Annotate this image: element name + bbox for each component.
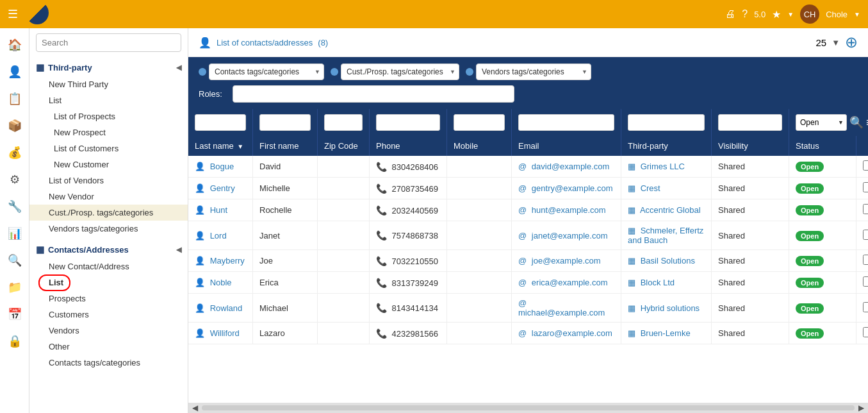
email-search-input[interactable] bbox=[518, 114, 614, 131]
col-header-email[interactable]: Email bbox=[512, 136, 621, 156]
sidebar-section-third-party[interactable]: ▦ Third-party ◀ bbox=[29, 58, 188, 76]
avatar[interactable]: CH bbox=[800, 4, 819, 24]
scroll-right-icon[interactable]: ▶ bbox=[857, 403, 865, 412]
sidebar-item-cust-prosp-tags[interactable]: Cust./Prosp. tags/categories bbox=[29, 205, 188, 221]
sidebar-item-contacts-tags[interactable]: Contacts tags/categories bbox=[29, 355, 188, 371]
cust-prosp-tags-select[interactable]: Cust./Prosp. tags/categories bbox=[341, 63, 459, 80]
phone-search-input[interactable] bbox=[376, 114, 440, 131]
col-header-phone[interactable]: Phone bbox=[370, 136, 447, 156]
row-select-checkbox[interactable] bbox=[863, 302, 868, 312]
col-header-third-party[interactable]: Third-party bbox=[621, 136, 712, 156]
third-party-link[interactable]: Grimes LLC bbox=[641, 162, 685, 171]
email-link[interactable]: david@example.com bbox=[532, 162, 610, 171]
col-header-zip-code[interactable]: Zip Code bbox=[318, 136, 370, 156]
row-select-checkbox[interactable] bbox=[863, 255, 868, 265]
email-link[interactable]: erica@example.com bbox=[532, 278, 608, 287]
visibility-search-input[interactable] bbox=[718, 114, 782, 131]
icon-bar-finance[interactable]: 💰 bbox=[3, 141, 26, 164]
last-name-link[interactable]: Noble bbox=[210, 278, 232, 287]
last-name-link[interactable]: Lord bbox=[210, 231, 227, 240]
icon-bar-calendar[interactable]: 📅 bbox=[3, 303, 26, 326]
first-name-search-input[interactable] bbox=[259, 114, 311, 131]
icon-bar-chart[interactable]: 📊 bbox=[3, 222, 26, 245]
status-filter-select[interactable]: Open Closed All bbox=[796, 114, 847, 131]
add-record-button[interactable]: ⊕ bbox=[845, 35, 858, 50]
sidebar-item-new-third-party[interactable]: New Third Party bbox=[29, 76, 188, 92]
scroll-left-icon[interactable]: ◀ bbox=[191, 403, 199, 412]
icon-bar-list[interactable]: 📋 bbox=[3, 87, 26, 110]
user-chevron-icon[interactable]: ▼ bbox=[854, 11, 860, 18]
icon-bar-settings[interactable]: ⚙ bbox=[3, 168, 26, 191]
email-link[interactable]: gentry@example.com bbox=[532, 183, 613, 193]
scroll-track[interactable] bbox=[202, 405, 855, 410]
email-link[interactable]: joe@example.com bbox=[532, 256, 601, 266]
icon-bar-search[interactable]: 🔍 bbox=[3, 249, 26, 272]
icon-bar-lock[interactable]: 🔒 bbox=[3, 330, 26, 353]
icon-bar-package[interactable]: 📦 bbox=[3, 114, 26, 137]
search-input[interactable] bbox=[36, 33, 181, 52]
row-select-checkbox[interactable] bbox=[863, 182, 868, 192]
roles-input[interactable] bbox=[233, 85, 514, 103]
third-party-link[interactable]: Hybrid solutions bbox=[641, 303, 700, 313]
row-select-checkbox[interactable] bbox=[863, 327, 868, 337]
sidebar-section-contacts[interactable]: ▦ Contacts/Addresses ◀ bbox=[29, 240, 188, 258]
last-name-link[interactable]: Gentry bbox=[210, 183, 235, 193]
sidebar-item-vendors-tags[interactable]: Vendors tags/categories bbox=[29, 221, 188, 237]
sidebar-item-other[interactable]: Other bbox=[29, 339, 188, 355]
favorites-icon[interactable]: ★ bbox=[772, 8, 781, 21]
email-link[interactable]: janet@example.com bbox=[532, 231, 608, 240]
last-name-link[interactable]: Williford bbox=[210, 328, 240, 338]
last-name-link[interactable]: Rowland bbox=[210, 303, 243, 313]
contacts-tags-select[interactable]: Contacts tags/categories bbox=[209, 63, 324, 80]
favorites-chevron-icon[interactable]: ▼ bbox=[787, 11, 794, 18]
col-header-first-name[interactable]: First name bbox=[253, 136, 318, 156]
sidebar-item-new-customer[interactable]: New Customer bbox=[29, 156, 188, 173]
row-select-checkbox[interactable] bbox=[863, 276, 868, 287]
third-party-search-input[interactable] bbox=[628, 114, 705, 131]
row-select-checkbox[interactable] bbox=[863, 230, 868, 240]
sidebar-item-new-prospect[interactable]: New Prospect bbox=[29, 124, 188, 140]
vendors-tags-select[interactable]: Vendors tags/categories bbox=[476, 63, 591, 80]
last-name-link[interactable]: Hunt bbox=[210, 205, 227, 215]
table-search-button[interactable]: 🔍 bbox=[849, 115, 864, 130]
print-icon[interactable]: 🖨 bbox=[725, 8, 735, 20]
col-header-visibility[interactable]: Visibility bbox=[712, 136, 789, 156]
email-link[interactable]: lazaro@example.com bbox=[532, 328, 612, 338]
page-size-chevron-icon[interactable]: ▼ bbox=[831, 38, 840, 47]
icon-bar-folder[interactable]: 📁 bbox=[3, 276, 26, 299]
third-party-link[interactable]: Basil Solutions bbox=[641, 256, 695, 266]
email-link[interactable]: michael@example.com bbox=[518, 308, 605, 317]
row-select-checkbox[interactable] bbox=[863, 204, 868, 214]
sidebar-item-list[interactable]: List bbox=[29, 274, 188, 291]
sidebar-item-list-of-vendors[interactable]: List of Vendors bbox=[29, 173, 188, 189]
sidebar-item-customers[interactable]: Customers bbox=[29, 307, 188, 323]
zip-search-input[interactable] bbox=[324, 114, 363, 131]
third-party-link[interactable]: Schmeler, Effertz and Bauch bbox=[628, 226, 703, 245]
last-name-link[interactable]: Mayberry bbox=[210, 256, 245, 266]
third-party-link[interactable]: Crest bbox=[641, 183, 660, 193]
third-party-link[interactable]: Accentric Global bbox=[640, 205, 701, 215]
help-icon[interactable]: ? bbox=[742, 8, 748, 20]
third-party-link[interactable]: Bruen-Lemke bbox=[641, 328, 691, 338]
sidebar-item-prospects[interactable]: Prospects bbox=[29, 291, 188, 307]
hamburger-menu-icon[interactable]: ☰ bbox=[8, 7, 18, 21]
col-header-last-name[interactable]: Last name ▼ bbox=[188, 136, 253, 156]
sidebar-item-list-of-customers[interactable]: List of Customers bbox=[29, 140, 188, 156]
last-name-link[interactable]: Bogue bbox=[210, 162, 234, 171]
sidebar-item-list-of-prospects[interactable]: List of Prospects bbox=[29, 108, 188, 124]
last-name-search-input[interactable] bbox=[195, 114, 246, 131]
sidebar-item-new-contact[interactable]: New Contact/Address bbox=[29, 258, 188, 274]
mobile-search-input[interactable] bbox=[454, 114, 505, 131]
sidebar-item-new-vendor[interactable]: New Vendor bbox=[29, 189, 188, 205]
icon-bar-home[interactable]: 🏠 bbox=[3, 33, 26, 56]
third-party-link[interactable]: Block Ltd bbox=[641, 278, 675, 287]
email-link[interactable]: hunt@example.com bbox=[532, 205, 606, 215]
col-header-mobile[interactable]: Mobile bbox=[447, 136, 512, 156]
sidebar-item-list-label[interactable]: List bbox=[29, 92, 188, 108]
icon-bar-tools[interactable]: 🔧 bbox=[3, 195, 26, 218]
sidebar-item-vendors-contacts[interactable]: Vendors bbox=[29, 323, 188, 339]
icon-bar-user[interactable]: 👤 bbox=[3, 60, 26, 83]
bottom-scrollbar[interactable]: ◀ ▶ bbox=[188, 403, 868, 413]
col-header-status[interactable]: Status bbox=[789, 136, 856, 156]
row-select-checkbox[interactable] bbox=[863, 160, 868, 171]
